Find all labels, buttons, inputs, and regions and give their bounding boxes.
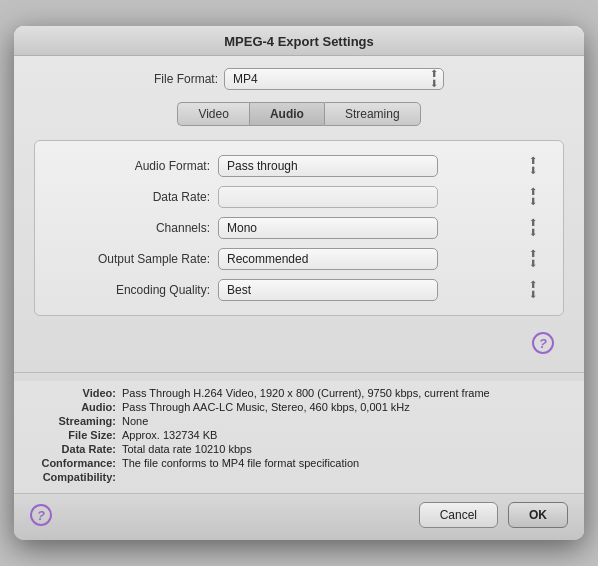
- encoding-quality-label: Encoding Quality:: [55, 283, 210, 297]
- data-rate-select[interactable]: [218, 186, 438, 208]
- channels-row: Channels: Mono ⬆⬇: [55, 217, 543, 239]
- info-streaming-value: None: [122, 415, 148, 427]
- divider: [14, 372, 584, 373]
- info-video-label: Video:: [26, 387, 116, 399]
- dialog: MPEG-4 Export Settings File Format: MP4 …: [14, 26, 584, 540]
- info-compatibility-label: Compatibility:: [26, 471, 116, 483]
- cancel-button[interactable]: Cancel: [419, 502, 498, 528]
- audio-format-arrow-icon: ⬆⬇: [529, 156, 537, 176]
- audio-format-select-wrapper: Pass through ⬆⬇: [218, 155, 543, 177]
- info-streaming-row: Streaming: None: [26, 415, 572, 427]
- channels-select-wrapper: Mono ⬆⬇: [218, 217, 543, 239]
- ok-button[interactable]: OK: [508, 502, 568, 528]
- file-format-label: File Format:: [154, 72, 218, 86]
- help-row: ?: [34, 326, 564, 358]
- dialog-content: File Format: MP4 ⬆⬇ Video Audio Streamin…: [14, 56, 584, 368]
- tab-video[interactable]: Video: [177, 102, 248, 126]
- data-rate-select-wrapper: ⬆⬇: [218, 186, 543, 208]
- output-sample-rate-select[interactable]: Recommended: [218, 248, 438, 270]
- bottom-help-button[interactable]: ?: [30, 504, 52, 526]
- title-text: MPEG-4 Export Settings: [224, 34, 374, 49]
- info-conformance-row: Conformance: The file conforms to MP4 fi…: [26, 457, 572, 469]
- settings-panel: Audio Format: Pass through ⬆⬇ Data Rate:…: [34, 140, 564, 316]
- encoding-quality-select[interactable]: Best: [218, 279, 438, 301]
- file-format-row: File Format: MP4 ⬆⬇: [34, 68, 564, 90]
- info-video-value: Pass Through H.264 Video, 1920 x 800 (Cu…: [122, 387, 490, 399]
- info-data-rate-value: Total data rate 10210 kbps: [122, 443, 252, 455]
- audio-format-label: Audio Format:: [55, 159, 210, 173]
- channels-select[interactable]: Mono: [218, 217, 438, 239]
- info-file-size-label: File Size:: [26, 429, 116, 441]
- file-format-select-wrapper: MP4 ⬆⬇: [224, 68, 444, 90]
- data-rate-row: Data Rate: ⬆⬇: [55, 186, 543, 208]
- info-compatibility-row: Compatibility:: [26, 471, 572, 483]
- info-audio-label: Audio:: [26, 401, 116, 413]
- info-audio-row: Audio: Pass Through AAC-LC Music, Stereo…: [26, 401, 572, 413]
- dialog-title: MPEG-4 Export Settings: [14, 26, 584, 56]
- channels-arrow-icon: ⬆⬇: [529, 218, 537, 238]
- info-section: Video: Pass Through H.264 Video, 1920 x …: [14, 381, 584, 493]
- help-button[interactable]: ?: [532, 332, 554, 354]
- channels-label: Channels:: [55, 221, 210, 235]
- info-file-size-value: Approx. 132734 KB: [122, 429, 217, 441]
- info-data-rate-label: Data Rate:: [26, 443, 116, 455]
- info-conformance-value: The file conforms to MP4 file format spe…: [122, 457, 359, 469]
- bottom-bar: ? Cancel OK: [14, 493, 584, 540]
- tab-streaming[interactable]: Streaming: [324, 102, 421, 126]
- output-sample-rate-select-wrapper: Recommended ⬆⬇: [218, 248, 543, 270]
- tab-audio[interactable]: Audio: [249, 102, 324, 126]
- info-data-rate-row: Data Rate: Total data rate 10210 kbps: [26, 443, 572, 455]
- audio-format-row: Audio Format: Pass through ⬆⬇: [55, 155, 543, 177]
- info-video-row: Video: Pass Through H.264 Video, 1920 x …: [26, 387, 572, 399]
- info-streaming-label: Streaming:: [26, 415, 116, 427]
- button-group: Cancel OK: [419, 502, 568, 528]
- file-format-select[interactable]: MP4: [224, 68, 444, 90]
- encoding-quality-select-wrapper: Best ⬆⬇: [218, 279, 543, 301]
- info-audio-value: Pass Through AAC-LC Music, Stereo, 460 k…: [122, 401, 410, 413]
- output-sample-rate-row: Output Sample Rate: Recommended ⬆⬇: [55, 248, 543, 270]
- encoding-quality-arrow-icon: ⬆⬇: [529, 280, 537, 300]
- output-sample-rate-label: Output Sample Rate:: [55, 252, 210, 266]
- output-sample-rate-arrow-icon: ⬆⬇: [529, 249, 537, 269]
- data-rate-arrow-icon: ⬆⬇: [529, 187, 537, 207]
- info-file-size-row: File Size: Approx. 132734 KB: [26, 429, 572, 441]
- info-conformance-label: Conformance:: [26, 457, 116, 469]
- tabs-container: Video Audio Streaming: [34, 102, 564, 126]
- audio-format-select[interactable]: Pass through: [218, 155, 438, 177]
- data-rate-label: Data Rate:: [55, 190, 210, 204]
- encoding-quality-row: Encoding Quality: Best ⬆⬇: [55, 279, 543, 301]
